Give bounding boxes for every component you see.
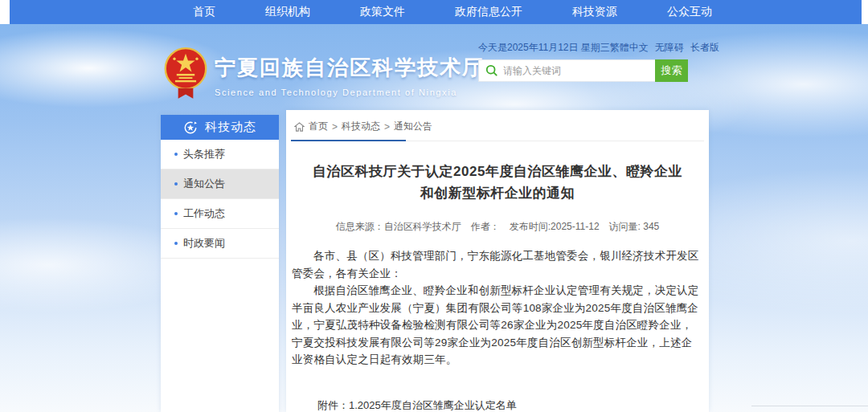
nav-item-tech-resources[interactable]: 科技资源 (572, 5, 617, 19)
meta-visits-value: 345 (643, 221, 659, 232)
site-title-english: Science and Technology Department of Nin… (215, 88, 485, 97)
breadcrumb-divider (291, 140, 704, 141)
bullet-dot-icon (174, 153, 178, 156)
sidebar-item-label: 头条推荐 (183, 147, 225, 161)
site-brand: 宁夏回族自治区科学技术厅 Science and Technology Depa… (163, 44, 485, 100)
article-title-line2: 和创新型标杆企业的通知 (286, 182, 709, 204)
sidebar-title: 科技动态 (205, 120, 256, 135)
attachments-section: 附件： 1.2025年度自治区雏鹰企业认定名单 2.2025年度自治区瞪羚企业认… (317, 396, 709, 412)
sidebar-item-politics-news[interactable]: 时政要闻 (161, 229, 279, 259)
link-accessibility[interactable]: 无障碍 (655, 41, 684, 55)
bullet-dot-icon (174, 182, 178, 186)
sidebar-item-label: 时政要闻 (183, 236, 225, 251)
bullet-dot-icon (174, 212, 178, 215)
link-traditional-chinese[interactable]: 繁體中文 (610, 41, 649, 55)
header-utilities: 今天是2025年11月12日 星期三 繁體中文 无障碍 长者版 搜索 (478, 41, 704, 55)
nav-item-gov-info-disclosure[interactable]: 政府信息公开 (455, 5, 522, 19)
sidebar-item-label: 通知公告 (183, 177, 225, 191)
tech-news-icon (183, 120, 198, 135)
today-date-text: 今天是2025年11月12日 星期三 (478, 41, 610, 55)
breadcrumb-home[interactable]: 首页 (309, 120, 328, 133)
meta-source-value: 自治区科学技术厅 (384, 221, 461, 232)
breadcrumb-notices[interactable]: 通知公告 (394, 120, 432, 133)
article-meta: 信息来源：自治区科学技术厅作者：发布时间:2025-11-12访问量: 345 (286, 220, 709, 234)
nav-item-policy-documents[interactable]: 政策文件 (360, 5, 405, 19)
attachment-link-1[interactable]: 1.2025年度自治区雏鹰企业认定名单 (349, 396, 548, 412)
sidebar-item-headlines[interactable]: 头条推荐 (161, 140, 279, 169)
attachments-label: 附件： (317, 396, 349, 412)
top-navigation: 首页 组织机构 政策文件 政府信息公开 科技资源 公众互动 (10, 0, 862, 24)
article-title: 自治区科技厅关于认定2025年度自治区雏鹰企业、瞪羚企业 和创新型标杆企业的通知 (286, 161, 709, 204)
sidebar-item-label: 工作动态 (183, 206, 225, 221)
sidebar-item-notices[interactable]: 通知公告 (161, 169, 279, 199)
nav-item-public-interaction[interactable]: 公众互动 (667, 5, 712, 19)
nav-item-organization[interactable]: 组织机构 (265, 5, 310, 19)
meta-source-label: 信息来源： (336, 221, 384, 232)
meta-author-label: 作者： (471, 221, 500, 232)
meta-visits-label: 访问量: (609, 221, 641, 232)
home-icon (294, 122, 305, 132)
article-title-line1: 自治区科技厅关于认定2025年度自治区雏鹰企业、瞪羚企业 (286, 161, 709, 182)
site-title: 宁夏回族自治区科学技术厅 (215, 54, 485, 82)
meta-publish-label: 发布时间: (510, 221, 551, 232)
nav-item-home[interactable]: 首页 (193, 5, 215, 19)
link-elderly-version[interactable]: 长者版 (690, 41, 719, 55)
breadcrumb-separator: > (332, 121, 338, 133)
breadcrumb-separator: > (384, 121, 390, 133)
breadcrumb: 首页 > 科技动态 > 通知公告 (286, 110, 709, 140)
search-icon (485, 64, 498, 77)
bullet-dot-icon (174, 242, 178, 245)
meta-publish-date: 2025-11-12 (551, 221, 600, 232)
main-content-panel: 首页 > 科技动态 > 通知公告 自治区科技厅关于认定2025年度自治区雏鹰企业… (286, 110, 709, 412)
sidebar-header: 科技动态 (161, 115, 279, 140)
search-input[interactable] (503, 65, 640, 76)
article-body: 各市、县（区）科技管理部门，宁东能源化工基地管委会，银川经济技术开发区管委会，各… (286, 247, 709, 369)
article-paragraph: 根据自治区雏鹰企业、瞪羚企业和创新型标杆企业认定管理有关规定，决定认定半亩良人农… (292, 282, 703, 369)
footer-edge-line (751, 406, 868, 406)
search-button[interactable]: 搜索 (655, 59, 688, 82)
article-paragraph: 各市、县（区）科技管理部门，宁东能源化工基地管委会，银川经济技术开发区管委会，各… (292, 247, 703, 282)
sidebar-item-work-updates[interactable]: 工作动态 (161, 199, 279, 229)
national-emblem-logo (163, 46, 208, 100)
sidebar: 科技动态 头条推荐 通知公告 工作动态 时政要闻 (161, 115, 279, 412)
breadcrumb-tech-news[interactable]: 科技动态 (342, 120, 380, 133)
search-bar: 搜索 (478, 59, 688, 82)
